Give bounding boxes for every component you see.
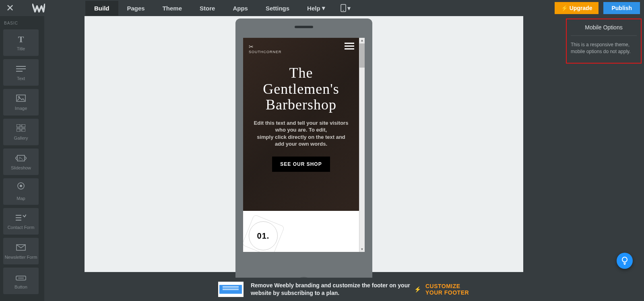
- title-icon: T: [18, 34, 24, 45]
- hero-cta-button[interactable]: SEE OUR SHOP: [272, 157, 330, 172]
- section-01[interactable]: 01.: [243, 211, 359, 252]
- footer-upsell-text: Remove Weebly branding and customize the…: [251, 282, 414, 297]
- element-title[interactable]: T Title: [3, 29, 39, 56]
- publish-button[interactable]: Publish: [603, 2, 640, 14]
- svg-rect-10: [22, 129, 25, 132]
- weebly-logo-icon[interactable]: [32, 4, 45, 12]
- svg-rect-9: [17, 129, 20, 132]
- image-icon: [16, 94, 26, 104]
- upgrade-button[interactable]: ⚡ Upgrade: [555, 2, 599, 14]
- chevron-down-icon: ▾: [322, 4, 325, 12]
- svg-rect-7: [17, 124, 20, 127]
- scroll-up-icon[interactable]: ▲: [359, 39, 365, 42]
- footer-preview-thumb: [218, 282, 244, 297]
- nav-store[interactable]: Store: [191, 1, 224, 16]
- element-button[interactable]: Button: [3, 268, 39, 294]
- nav-theme[interactable]: Theme: [154, 1, 191, 16]
- svg-point-21: [622, 257, 627, 262]
- device-switcher[interactable]: ▾: [341, 4, 351, 12]
- scrollbar-thumb[interactable]: [359, 43, 365, 68]
- hero-section[interactable]: ✂ SOUTHCORNER The Gentlemen's Barbershop…: [243, 38, 359, 211]
- nav-settings[interactable]: Settings: [257, 1, 298, 16]
- hero-title[interactable]: The Gentlemen's Barbershop: [250, 65, 352, 113]
- nav-apps[interactable]: Apps: [224, 1, 257, 16]
- svg-point-14: [20, 185, 22, 187]
- mobile-options-text: This is a responsive theme, mobile optio…: [571, 41, 637, 56]
- mobile-preview-frame: ✂ SOUTHCORNER The Gentlemen's Barbershop…: [235, 19, 372, 292]
- element-slideshow[interactable]: Slideshow: [3, 148, 39, 175]
- brand-text: SOUTHCORNER: [249, 50, 282, 54]
- element-image[interactable]: Image: [3, 89, 39, 115]
- mobile-options-title: Mobile Options: [571, 24, 637, 36]
- nav-pages[interactable]: Pages: [118, 1, 154, 16]
- hero-subtitle[interactable]: Edit this text and tell your site visito…: [250, 120, 352, 148]
- svg-point-6: [18, 96, 20, 98]
- top-bar: ✕ Build Pages Theme Store Apps Settings …: [0, 0, 644, 16]
- mobile-preview-screen[interactable]: ✂ SOUTHCORNER The Gentlemen's Barbershop…: [243, 38, 365, 252]
- chevron-down-icon: ▾: [347, 4, 351, 12]
- svg-rect-8: [22, 124, 25, 127]
- element-map[interactable]: Map: [3, 178, 39, 205]
- help-bubble-button[interactable]: [617, 253, 633, 269]
- canvas-background: ✂ SOUTHCORNER The Gentlemen's Barbershop…: [85, 16, 523, 272]
- lightbulb-icon: [621, 256, 628, 265]
- element-newsletter-form[interactable]: Newsletter Form: [3, 238, 39, 264]
- scroll-down-icon[interactable]: ▼: [359, 247, 365, 251]
- footer-upsell-bar: Remove Weebly branding and customize the…: [89, 278, 483, 301]
- editor-canvas: ✂ SOUTHCORNER The Gentlemen's Barbershop…: [44, 16, 564, 301]
- svg-point-12: [19, 157, 20, 158]
- hamburger-menu-icon[interactable]: [345, 43, 354, 50]
- sidebar-section-basic: BASIC: [3, 21, 41, 25]
- gallery-icon: [17, 124, 25, 134]
- scissors-icon: ✂: [249, 43, 282, 50]
- button-icon: [16, 272, 26, 283]
- slideshow-icon: [15, 153, 27, 164]
- phone-speaker: [295, 26, 313, 28]
- elements-sidebar: BASIC T Title Text Image Gallery Slidesh…: [0, 16, 44, 301]
- nav-help[interactable]: Help ▾: [298, 0, 334, 16]
- element-contact-form[interactable]: Contact Form: [3, 208, 39, 235]
- site-brand[interactable]: ✂ SOUTHCORNER: [249, 43, 282, 54]
- preview-scrollbar[interactable]: ▲ ▼: [359, 38, 365, 252]
- text-icon: [16, 64, 26, 74]
- nav-help-label: Help: [307, 5, 320, 12]
- envelope-icon: [16, 243, 26, 253]
- svg-point-1: [343, 10, 344, 11]
- upgrade-label: Upgrade: [570, 5, 592, 11]
- element-text[interactable]: Text: [3, 59, 39, 86]
- topbar-actions: ⚡ Upgrade Publish: [555, 2, 640, 14]
- customize-footer-button[interactable]: ⚡ CUSTOMIZE YOUR FOOTER: [414, 283, 474, 296]
- nav-build[interactable]: Build: [85, 1, 118, 16]
- lightning-icon: ⚡: [414, 286, 421, 293]
- element-gallery[interactable]: Gallery: [3, 119, 39, 145]
- close-icon[interactable]: ✕: [4, 2, 16, 14]
- lightning-icon: ⚡: [561, 5, 568, 11]
- form-icon: [16, 213, 26, 223]
- section-number-badge: 01.: [249, 221, 278, 250]
- mobile-options-panel: Mobile Options This is a responsive them…: [566, 19, 642, 64]
- main-nav: Build Pages Theme Store Apps Settings He…: [85, 0, 351, 16]
- map-pin-icon: [17, 182, 25, 194]
